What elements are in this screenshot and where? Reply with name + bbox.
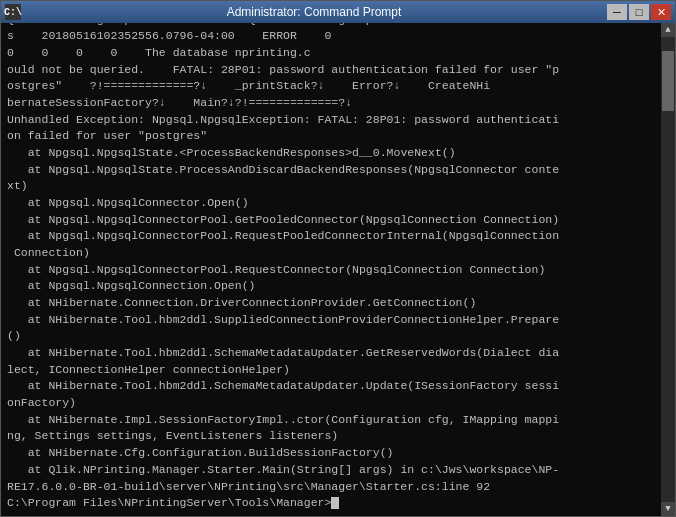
console-line: at Npgsql.NpgsqlState.<ProcessBackendRes…: [7, 145, 655, 162]
console-line: C:\Program Files\NPrintingServer\Tools\M…: [7, 495, 655, 512]
scroll-down-arrow[interactable]: ▼: [661, 502, 675, 516]
console-line: lect, IConnectionHelper connectionHelper…: [7, 362, 655, 379]
console-line: at Npgsql.NpgsqlConnectorPool.RequestCon…: [7, 262, 655, 279]
console-line: ng, Settings settings, EventListeners li…: [7, 428, 655, 445]
console-line: on failed for user "postgres": [7, 128, 655, 145]
console-line: at NHibernate.Connection.DriverConnectio…: [7, 295, 655, 312]
close-button[interactable]: ✕: [651, 4, 671, 20]
window-icon: C:\: [5, 4, 21, 20]
console-line: at Npgsql.NpgsqlState.ProcessAndDiscardB…: [7, 162, 655, 179]
console-line: onFactory): [7, 395, 655, 412]
minimize-button[interactable]: ─: [607, 4, 627, 20]
console-line: at Qlik.NPrinting.Manager.Starter.Main(S…: [7, 462, 655, 479]
console-line: ostgres" ?!=============?↓ _printStack?↓…: [7, 78, 655, 95]
console-line: 0 0 0 0 The database nprinting.c: [7, 45, 655, 62]
title-bar-left: C:\: [5, 4, 21, 20]
console-line: at Npgsql.NpgsqlConnection.Open(): [7, 278, 655, 295]
window-title: Administrator: Command Prompt: [21, 5, 607, 19]
scroll-up-arrow[interactable]: ▲: [661, 23, 675, 37]
console-line: at NHibernate.Cfg.Configuration.BuildSes…: [7, 445, 655, 462]
cursor: [331, 497, 339, 509]
console-line: at Npgsql.NpgsqlConnectorPool.GetPooledC…: [7, 212, 655, 229]
console-line: at NHibernate.Tool.hbm2ddl.SuppliedConne…: [7, 312, 655, 329]
maximize-button[interactable]: □: [629, 4, 649, 20]
console-line: at NHibernate.Impl.SessionFactoryImpl..c…: [7, 412, 655, 429]
title-bar: C:\ Administrator: Command Prompt ─ □ ✕: [1, 1, 675, 23]
console-line: Connection): [7, 245, 655, 262]
scrollbar[interactable]: ▲ ▼: [661, 23, 675, 516]
console-line: Unhandled Exception: Npgsql.NpgsqlExcept…: [7, 112, 655, 129]
command-prompt-window: C:\ Administrator: Command Prompt ─ □ ✕ …: [0, 0, 676, 517]
console-line: at NHibernate.Tool.hbm2ddl.SchemaMetadat…: [7, 378, 655, 395]
console-line: at NHibernate.Tool.hbm2ddl.SchemaMetadat…: [7, 345, 655, 362]
console-line: ould not be queried. FATAL: 28P01: passw…: [7, 62, 655, 79]
scrollbar-thumb[interactable]: [662, 51, 674, 111]
window-controls: ─ □ ✕: [607, 4, 671, 20]
console-line: bernateSessionFactory?↓ Main?↓?!========…: [7, 95, 655, 112]
console-area: C:\Program Files\NPrintingServer\Tools\M…: [1, 23, 675, 516]
console-line: xt): [7, 178, 655, 195]
console-line: at Npgsql.NpgsqlConnector.Open(): [7, 195, 655, 212]
console-line: at Npgsql.NpgsqlConnectorPool.RequestPoo…: [7, 228, 655, 245]
console-line: (): [7, 328, 655, 345]
console-output[interactable]: C:\Program Files\NPrintingServer\Tools\M…: [1, 23, 661, 516]
console-line: s 20180516102352556.0796-04:00 ERROR 0: [7, 28, 655, 45]
console-line: RE17.6.0.0-BR-01-build\server\NPrinting\…: [7, 479, 655, 496]
